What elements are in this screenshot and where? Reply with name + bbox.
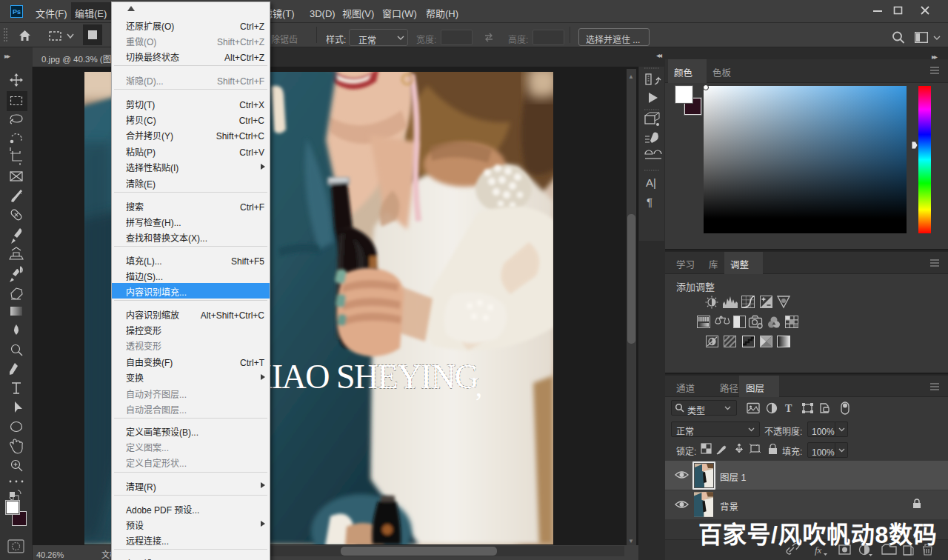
svg-text:T: T (785, 403, 792, 414)
svg-text:,: , (475, 373, 482, 402)
svg-text:A|: A| (646, 176, 656, 189)
svg-text:¶: ¶ (647, 196, 652, 208)
svg-text:XIAO SHEYING: XIAO SHEYING (248, 358, 478, 396)
